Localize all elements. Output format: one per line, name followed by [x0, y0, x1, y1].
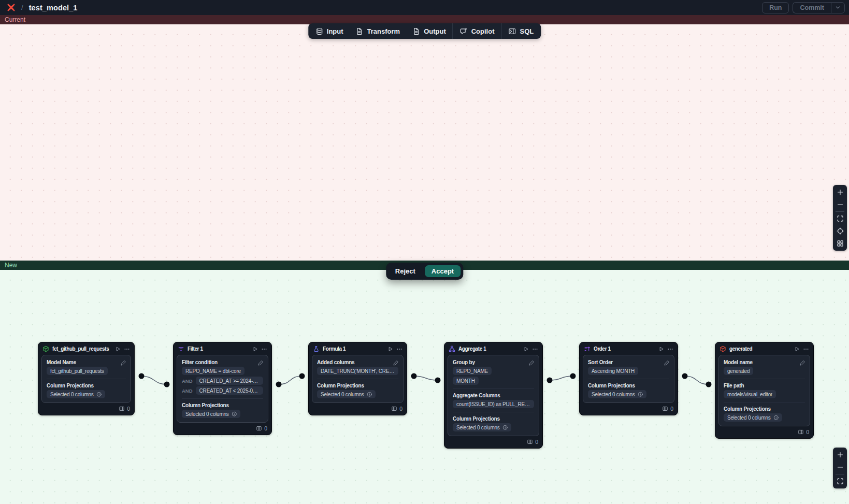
node-menu-button[interactable]	[532, 346, 538, 352]
column-count: 0	[127, 406, 130, 412]
value-chip[interactable]: generated	[724, 367, 753, 375]
value-chip[interactable]: MONTH	[453, 377, 479, 385]
edit-pencil-icon[interactable]	[528, 359, 535, 368]
value-row: REPO_NAME = dbt-core	[182, 367, 263, 375]
node-header[interactable]: Aggregate 1	[444, 342, 542, 355]
source-connection-handle[interactable]	[411, 373, 417, 379]
node-header[interactable]: Formula 1	[309, 342, 407, 355]
toolbar-copilot-button[interactable]: Copilot	[454, 23, 501, 39]
section-label: Model name	[724, 359, 805, 365]
node-footer: 0	[580, 403, 678, 415]
target-connection-handle[interactable]	[299, 373, 305, 379]
fit-view-button[interactable]	[833, 475, 847, 487]
value-chip[interactable]: Selected 0 columns	[453, 423, 511, 431]
locate-button[interactable]	[833, 225, 847, 237]
node-card-generated[interactable]: generated Model namegeneratedFile pathmo…	[715, 342, 814, 439]
node-run-button[interactable]	[252, 346, 258, 352]
node-menu-button[interactable]	[261, 346, 267, 352]
accept-button[interactable]: Accept	[425, 265, 461, 277]
edge	[685, 376, 709, 384]
node-header[interactable]: Filter 1	[174, 342, 271, 355]
columns-icon	[798, 429, 804, 435]
fit-view-button[interactable]	[833, 212, 847, 225]
value-chip[interactable]: Selected 0 columns	[724, 413, 782, 422]
source-connection-handle[interactable]	[682, 373, 688, 379]
info-icon	[773, 415, 779, 421]
value-chip[interactable]: fct_github_pull_requests	[47, 367, 108, 375]
node-menu-button[interactable]	[396, 346, 402, 352]
edit-pencil-icon[interactable]	[664, 359, 670, 368]
node-menu-button[interactable]	[124, 346, 130, 352]
target-connection-handle[interactable]	[435, 378, 441, 383]
run-button[interactable]: Run	[762, 2, 789, 13]
zoom-out-button[interactable]	[833, 461, 847, 473]
section-label: Column Projections	[453, 416, 534, 422]
auto-layout-button[interactable]	[833, 237, 847, 250]
source-connection-handle[interactable]	[547, 378, 553, 383]
zoom-in-button[interactable]	[833, 186, 847, 198]
target-connection-handle[interactable]	[570, 373, 576, 379]
value-chip[interactable]: models/visual_editor	[724, 390, 776, 398]
edit-pencil-icon[interactable]	[257, 359, 264, 368]
condition-conjunction: AND	[182, 378, 193, 384]
section-label: Column Projections	[47, 383, 126, 388]
node-menu-button[interactable]	[803, 346, 809, 352]
value-chip[interactable]: Selected 0 columns	[47, 390, 105, 398]
node-run-button[interactable]	[114, 346, 121, 352]
target-connection-handle[interactable]	[706, 382, 712, 387]
target-connection-handle[interactable]	[164, 382, 170, 387]
chevron-down-icon	[834, 4, 841, 11]
source-connection-handle[interactable]	[139, 373, 145, 379]
value-chip[interactable]: Ascending MONTH	[588, 367, 638, 375]
toolbar-input-button[interactable]: Input	[309, 23, 350, 39]
edit-pencil-icon[interactable]	[120, 359, 126, 368]
section-label: Group by	[453, 359, 534, 365]
reject-button[interactable]: Reject	[388, 265, 422, 277]
node-card-aggregate-1[interactable]: Aggregate 1 Group byREPO_NAMEMONTHAggreg…	[444, 342, 543, 449]
source-connection-handle[interactable]	[276, 382, 282, 387]
value-chip[interactable]: REPO_NAME	[453, 367, 492, 375]
value-chip[interactable]: Selected 0 columns	[588, 390, 646, 398]
value-chip[interactable]: count(ISSUE_ID) as PULL_REQUEST_…	[453, 400, 534, 408]
node-card-formula-1[interactable]: Formula 1 Added columnsDATE_TRUNC('MONTH…	[308, 342, 407, 415]
node-menu-button[interactable]	[667, 346, 673, 352]
node-card-fct-github-pull-requests[interactable]: fct_github_pull_requests Model Namefct_g…	[38, 342, 135, 415]
node-section: Column ProjectionsSelected 0 columns	[588, 379, 669, 398]
zoom-out-button[interactable]	[833, 198, 847, 211]
node-run-button[interactable]	[387, 346, 393, 352]
edit-pencil-icon[interactable]	[799, 359, 805, 368]
value-chip[interactable]: REPO_NAME = dbt-core	[182, 367, 244, 375]
toolbar-output-button[interactable]: Output	[406, 23, 452, 39]
node-card-order-1[interactable]: Order 1 Sort OrderAscending MONTHColumn …	[579, 342, 678, 415]
node-header[interactable]: generated	[715, 342, 813, 355]
value-chip[interactable]: CREATED_AT >= 2024-12-01	[196, 377, 263, 385]
node-run-button[interactable]	[523, 346, 529, 352]
section-label: Column Projections	[182, 402, 263, 408]
node-header[interactable]: Order 1	[580, 342, 678, 355]
value-row: MONTH	[453, 377, 534, 385]
toolbar-button-label: SQL	[520, 27, 534, 35]
columns-icon	[256, 425, 262, 431]
value-chip[interactable]: CREATED_AT < 2025-03-01	[196, 386, 263, 395]
node-run-button[interactable]	[794, 346, 800, 352]
new-canvas[interactable]: fct_github_pull_requests Model Namefct_g…	[0, 270, 849, 504]
node-header[interactable]: fct_github_pull_requests	[38, 342, 134, 355]
zoom-in-button[interactable]	[833, 449, 847, 461]
value-chip[interactable]: Selected 0 columns	[182, 410, 240, 418]
toolbar-button-label: Copilot	[471, 27, 495, 35]
node-card-filter-1[interactable]: Filter 1 Filter conditionREPO_NAME = dbt…	[173, 342, 272, 435]
toolbar-sql-button[interactable]: SQL	[502, 23, 540, 39]
commit-dropdown-button[interactable]	[831, 2, 845, 13]
breadcrumb: / test_model_1	[7, 3, 78, 12]
section-label: Filter condition	[182, 359, 263, 365]
node-section: Sort OrderAscending MONTH	[588, 356, 669, 375]
toolbar-transform-button[interactable]: Transform	[350, 23, 407, 39]
node-body: Model Namefct_github_pull_requestsColumn…	[41, 355, 131, 403]
value-chip[interactable]: DATE_TRUNC('MONTH', CREATED_AT…	[317, 367, 398, 375]
value-chip[interactable]: Selected 0 columns	[317, 390, 376, 398]
dbt-x-logo-icon[interactable]	[7, 3, 16, 12]
edit-pencil-icon[interactable]	[393, 359, 399, 368]
current-canvas[interactable]	[0, 24, 849, 261]
node-run-button[interactable]	[658, 346, 664, 352]
commit-button[interactable]: Commit	[793, 2, 831, 13]
